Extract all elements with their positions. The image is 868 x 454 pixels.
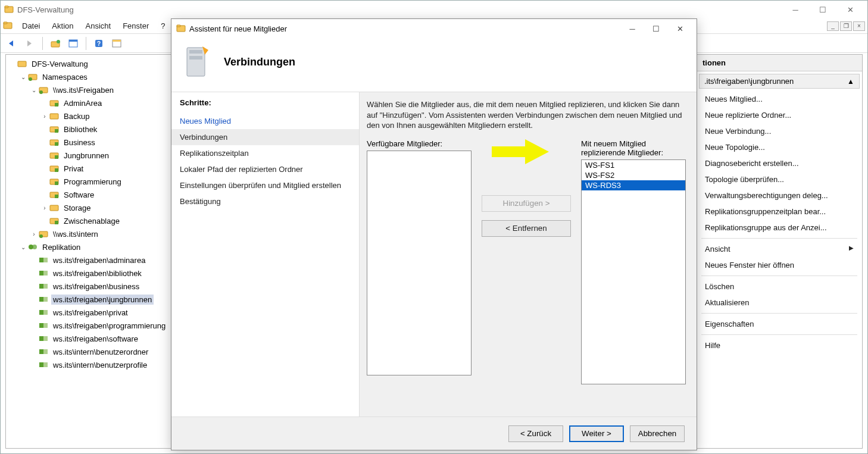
wizard-maximize-button[interactable]: ☐ xyxy=(644,19,668,38)
toolbar-newfolder-button[interactable] xyxy=(48,36,63,51)
nav-forward-button[interactable] xyxy=(22,36,38,51)
wizard-close-button[interactable]: ✕ xyxy=(668,19,692,38)
tree-replication[interactable]: ⌄ Replikation xyxy=(18,240,170,253)
member-item-wsrds3[interactable]: WS-RDS3 xyxy=(582,180,685,190)
menu-action[interactable]: Aktion xyxy=(46,20,79,32)
replgroup-icon xyxy=(38,295,49,304)
tree-item-business[interactable]: Business xyxy=(39,136,170,149)
action-verify-topology[interactable]: Topologie überprüfen... xyxy=(697,171,862,187)
tree-repl-adminarea[interactable]: ws.its\freigaben\adminarea xyxy=(29,253,170,267)
main-window: DFS-Verwaltung ─ ☐ ✕ Datei Aktion Ansich… xyxy=(0,0,868,454)
tree-root[interactable]: DFS-Verwaltung xyxy=(7,57,170,70)
svg-rect-23 xyxy=(55,142,58,146)
action-view[interactable]: Ansicht xyxy=(697,241,862,257)
mdi-close-button[interactable]: × xyxy=(853,21,865,31)
actions-group-title[interactable]: .its\freigaben\jungbrunnen ▲ xyxy=(699,74,860,89)
step-connections[interactable]: Verbindungen xyxy=(171,129,359,145)
tree-repl-bibliothek[interactable]: ws.its\freigaben\bibliothek xyxy=(29,267,170,280)
action-diagnostic-report[interactable]: Diagnosebericht erstellen... xyxy=(697,155,862,171)
tree-item-programmierung[interactable]: Programmierung xyxy=(39,175,170,188)
menu-view[interactable]: Ansicht xyxy=(80,20,117,32)
action-new-connection[interactable]: Neue Verbindung... xyxy=(697,123,862,139)
namespace-icon xyxy=(38,85,49,95)
menu-file[interactable]: Datei xyxy=(16,20,46,32)
svg-rect-11 xyxy=(113,40,121,42)
tree-item-software[interactable]: Software xyxy=(39,188,170,201)
action-delegate-permissions[interactable]: Verwaltungsberechtigungen deleg... xyxy=(697,187,862,203)
toolbar-help-button[interactable]: ? xyxy=(91,36,107,51)
step-confirmation: Bestätigung xyxy=(180,193,351,209)
main-maximize-button[interactable]: ☐ xyxy=(809,1,836,18)
nav-back-button[interactable] xyxy=(4,36,20,51)
wizard-title: Assistent für neue Mitglieder xyxy=(189,24,287,33)
remove-button[interactable]: < Entfernen xyxy=(482,220,571,237)
svg-rect-27 xyxy=(55,168,58,172)
menu-window[interactable]: Fenster xyxy=(117,20,155,32)
tree-repl-jungbrunnen[interactable]: ws.its\freigaben\jungbrunnen xyxy=(29,293,170,306)
tree-item-zwischenablage[interactable]: Zwischenablage xyxy=(39,214,170,227)
svg-marker-64 xyxy=(525,139,549,164)
available-members-listbox[interactable] xyxy=(367,151,472,375)
menu-help[interactable]: ? xyxy=(155,20,171,32)
tree-repl-benutzerordner[interactable]: ws.its\intern\benutzerordner xyxy=(29,345,170,358)
tree-item-storage[interactable]: ›Storage xyxy=(39,201,170,214)
back-button[interactable]: < Zurück xyxy=(508,425,563,442)
svg-rect-50 xyxy=(43,323,48,328)
next-button[interactable]: Weiter > xyxy=(569,425,624,442)
action-new-member[interactable]: Neues Mitglied... xyxy=(697,91,862,107)
tree-item-jungbrunnen[interactable]: Jungbrunnen xyxy=(39,149,170,162)
toolbar-console-button[interactable] xyxy=(109,36,124,51)
action-separator xyxy=(701,334,857,335)
annotation-arrow-icon xyxy=(486,136,557,171)
mdi-restore-button[interactable]: ❐ xyxy=(840,21,852,31)
action-remove-from-view[interactable]: Replikationsgruppe aus der Anzei... xyxy=(697,220,862,236)
share-icon xyxy=(49,190,60,199)
svg-rect-48 xyxy=(43,310,48,315)
member-item-wsfs1[interactable]: WS-FS1 xyxy=(582,160,685,170)
wizard-minimize-button[interactable]: ─ xyxy=(620,19,644,38)
cancel-button[interactable]: Abbrechen xyxy=(630,425,685,442)
replicating-members-listbox[interactable]: WS-FS1 WS-FS2 WS-RDS3 xyxy=(581,159,686,384)
tree-pane[interactable]: DFS-Verwaltung ⌄ Namespaces xyxy=(5,54,172,449)
share-icon xyxy=(49,137,60,147)
action-new-topology[interactable]: Neue Topologie... xyxy=(697,139,862,155)
namespace-icon xyxy=(38,229,49,239)
tree-item-privat[interactable]: Privat xyxy=(39,162,170,175)
tree-item-adminarea[interactable]: AdminArea xyxy=(39,96,170,109)
action-properties[interactable]: Eigenschaften xyxy=(697,316,862,332)
tree-item-bibliothek[interactable]: Bibliothek xyxy=(39,123,170,136)
tree-item-backup[interactable]: ›Backup xyxy=(39,109,170,123)
tree-repl-software[interactable]: ws.its\freigaben\software xyxy=(29,332,170,345)
svg-rect-44 xyxy=(43,284,48,289)
tree-repl-business[interactable]: ws.its\freigaben\business xyxy=(29,280,170,293)
svg-rect-61 xyxy=(189,56,202,60)
member-item-wsfs2[interactable]: WS-FS2 xyxy=(582,170,685,180)
tree-ns-intern[interactable]: ›\\ws.its\intern xyxy=(29,227,170,240)
action-edit-schedule[interactable]: Replikationsgruppenzeitplan bear... xyxy=(697,203,862,220)
svg-text:?: ? xyxy=(97,40,101,47)
tree-ns-freigaben[interactable]: ⌄ \\ws.its\Freigaben xyxy=(29,83,170,96)
mdi-minimize-button[interactable]: _ xyxy=(827,21,839,31)
tree-repl-privat[interactable]: ws.its\freigaben\privat xyxy=(29,306,170,319)
svg-rect-63 xyxy=(492,146,525,157)
svg-rect-3 xyxy=(4,22,7,24)
wizard-titlebar[interactable]: Assistent für neue Mitglieder ─ ☐ ✕ xyxy=(171,19,697,38)
main-close-button[interactable]: ✕ xyxy=(836,1,864,18)
server-icon xyxy=(182,44,210,80)
tree-repl-programmierung[interactable]: ws.its\freigaben\programmierung xyxy=(29,319,170,332)
action-new-replicated-folders[interactable]: Neue replizierte Ordner... xyxy=(697,107,862,123)
tree-repl-benutzerprofile[interactable]: ws.its\intern\benutzerprofile xyxy=(29,358,170,371)
action-help[interactable]: Hilfe xyxy=(697,337,862,353)
add-button: Hinzufügen > xyxy=(482,195,571,212)
action-delete[interactable]: Löschen xyxy=(697,278,862,295)
action-refresh[interactable]: Aktualisieren xyxy=(697,295,862,311)
tree-namespaces[interactable]: ⌄ Namespaces xyxy=(18,70,170,83)
toolbar-properties-button[interactable] xyxy=(65,36,81,51)
actions-header: tionen xyxy=(697,55,862,71)
action-new-window[interactable]: Neues Fenster hier öffnen xyxy=(697,257,862,273)
actions-pane: tionen .its\freigaben\jungbrunnen ▲ Neue… xyxy=(696,54,863,449)
svg-rect-55 xyxy=(39,362,43,367)
step-new-member[interactable]: Neues Mitglied xyxy=(180,113,351,129)
wizard-main-pane: Wählen Sie die Mitglieder aus, die mit d… xyxy=(360,92,697,417)
main-minimize-button[interactable]: ─ xyxy=(782,1,809,18)
